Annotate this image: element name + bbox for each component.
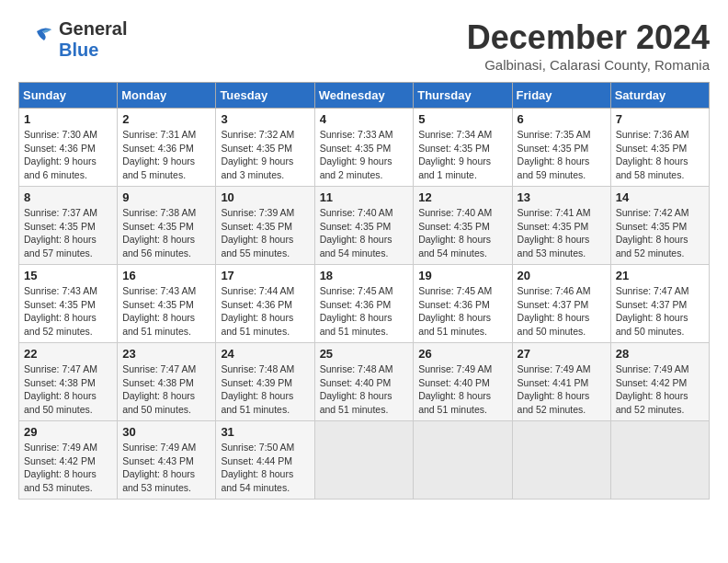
day-info: Sunrise: 7:40 AM Sunset: 4:35 PM Dayligh… <box>418 207 492 259</box>
day-info: Sunrise: 7:45 AM Sunset: 4:36 PM Dayligh… <box>320 285 393 337</box>
day-number: 24 <box>221 347 309 361</box>
day-number: 5 <box>418 112 506 126</box>
calendar-cell: 3 Sunrise: 7:32 AM Sunset: 4:35 PM Dayli… <box>216 109 314 187</box>
calendar-cell <box>414 421 512 500</box>
calendar-cell: 12 Sunrise: 7:40 AM Sunset: 4:35 PM Dayl… <box>414 187 512 265</box>
day-number: 10 <box>221 190 309 204</box>
day-number: 12 <box>418 190 506 204</box>
day-number: 3 <box>221 112 309 126</box>
calendar-week-row: 1 Sunrise: 7:30 AM Sunset: 4:36 PM Dayli… <box>19 109 710 187</box>
day-info: Sunrise: 7:45 AM Sunset: 4:36 PM Dayligh… <box>418 285 492 337</box>
day-info: Sunrise: 7:30 AM Sunset: 4:36 PM Dayligh… <box>24 129 97 180</box>
calendar-cell: 10 Sunrise: 7:39 AM Sunset: 4:35 PM Dayl… <box>216 187 314 265</box>
weekday-header-sunday: Sunday <box>19 83 118 109</box>
day-info: Sunrise: 7:42 AM Sunset: 4:35 PM Dayligh… <box>616 207 689 259</box>
day-number: 27 <box>518 347 606 361</box>
calendar-week-row: 8 Sunrise: 7:37 AM Sunset: 4:35 PM Dayli… <box>19 187 710 265</box>
day-number: 7 <box>616 112 704 126</box>
day-info: Sunrise: 7:36 AM Sunset: 4:35 PM Dayligh… <box>616 129 689 180</box>
calendar-cell: 6 Sunrise: 7:35 AM Sunset: 4:35 PM Dayli… <box>512 109 610 187</box>
calendar-week-row: 29 Sunrise: 7:49 AM Sunset: 4:42 PM Dayl… <box>19 421 710 500</box>
day-info: Sunrise: 7:43 AM Sunset: 4:35 PM Dayligh… <box>24 285 97 337</box>
logo-icon <box>18 24 55 59</box>
calendar-cell: 9 Sunrise: 7:38 AM Sunset: 4:35 PM Dayli… <box>118 187 216 265</box>
title-block: December 2024 Galbinasi, Calarasi County… <box>467 18 710 73</box>
weekday-header-wednesday: Wednesday <box>314 83 414 109</box>
weekday-header-friday: Friday <box>512 83 610 109</box>
day-number: 8 <box>24 190 112 204</box>
weekday-header-saturday: Saturday <box>610 83 709 109</box>
day-number: 28 <box>616 347 704 361</box>
calendar-table: SundayMondayTuesdayWednesdayThursdayFrid… <box>18 82 710 500</box>
calendar-week-row: 22 Sunrise: 7:47 AM Sunset: 4:38 PM Dayl… <box>19 343 710 421</box>
day-number: 22 <box>24 347 112 361</box>
calendar-cell <box>314 421 414 500</box>
calendar-cell: 20 Sunrise: 7:46 AM Sunset: 4:37 PM Dayl… <box>512 265 610 343</box>
day-number: 1 <box>24 112 112 126</box>
calendar-cell: 7 Sunrise: 7:36 AM Sunset: 4:35 PM Dayli… <box>610 109 709 187</box>
calendar-cell: 15 Sunrise: 7:43 AM Sunset: 4:35 PM Dayl… <box>19 265 118 343</box>
day-info: Sunrise: 7:37 AM Sunset: 4:35 PM Dayligh… <box>24 207 97 259</box>
day-number: 18 <box>320 269 409 282</box>
weekday-header-tuesday: Tuesday <box>216 83 314 109</box>
calendar-week-row: 15 Sunrise: 7:43 AM Sunset: 4:35 PM Dayl… <box>19 265 710 343</box>
day-info: Sunrise: 7:48 AM Sunset: 4:39 PM Dayligh… <box>221 363 294 415</box>
day-number: 6 <box>518 112 606 126</box>
logo-blue: Blue <box>59 40 127 61</box>
location-title: Galbinasi, Calarasi County, Romania <box>467 57 710 73</box>
logo-general: General <box>59 18 127 39</box>
calendar-cell: 5 Sunrise: 7:34 AM Sunset: 4:35 PM Dayli… <box>414 109 512 187</box>
calendar-cell: 28 Sunrise: 7:49 AM Sunset: 4:42 PM Dayl… <box>610 343 709 421</box>
calendar-header-row: SundayMondayTuesdayWednesdayThursdayFrid… <box>19 83 710 109</box>
day-info: Sunrise: 7:40 AM Sunset: 4:35 PM Dayligh… <box>320 207 393 259</box>
weekday-header-monday: Monday <box>118 83 216 109</box>
logo: General Blue <box>18 18 127 61</box>
calendar-cell: 4 Sunrise: 7:33 AM Sunset: 4:35 PM Dayli… <box>314 109 414 187</box>
day-info: Sunrise: 7:49 AM Sunset: 4:42 PM Dayligh… <box>616 363 689 415</box>
day-info: Sunrise: 7:39 AM Sunset: 4:35 PM Dayligh… <box>221 207 294 259</box>
calendar-cell: 22 Sunrise: 7:47 AM Sunset: 4:38 PM Dayl… <box>19 343 118 421</box>
day-number: 11 <box>320 190 409 204</box>
day-info: Sunrise: 7:49 AM Sunset: 4:41 PM Dayligh… <box>518 363 591 415</box>
day-info: Sunrise: 7:49 AM Sunset: 4:42 PM Dayligh… <box>24 442 97 493</box>
calendar-cell: 18 Sunrise: 7:45 AM Sunset: 4:36 PM Dayl… <box>314 265 414 343</box>
day-info: Sunrise: 7:47 AM Sunset: 4:38 PM Dayligh… <box>24 363 97 415</box>
day-number: 15 <box>24 269 112 282</box>
day-number: 14 <box>616 190 704 204</box>
calendar-cell <box>512 421 610 500</box>
day-number: 19 <box>418 269 506 282</box>
calendar-cell: 13 Sunrise: 7:41 AM Sunset: 4:35 PM Dayl… <box>512 187 610 265</box>
day-info: Sunrise: 7:44 AM Sunset: 4:36 PM Dayligh… <box>221 285 294 337</box>
day-info: Sunrise: 7:34 AM Sunset: 4:35 PM Dayligh… <box>418 129 492 180</box>
day-info: Sunrise: 7:46 AM Sunset: 4:37 PM Dayligh… <box>518 285 591 337</box>
calendar-cell: 16 Sunrise: 7:43 AM Sunset: 4:35 PM Dayl… <box>118 265 216 343</box>
calendar-cell: 1 Sunrise: 7:30 AM Sunset: 4:36 PM Dayli… <box>19 109 118 187</box>
day-number: 25 <box>320 347 409 361</box>
day-number: 30 <box>122 425 210 439</box>
calendar-cell: 8 Sunrise: 7:37 AM Sunset: 4:35 PM Dayli… <box>19 187 118 265</box>
day-number: 9 <box>122 190 210 204</box>
month-title: December 2024 <box>467 18 710 57</box>
calendar-cell: 24 Sunrise: 7:48 AM Sunset: 4:39 PM Dayl… <box>216 343 314 421</box>
calendar-cell: 29 Sunrise: 7:49 AM Sunset: 4:42 PM Dayl… <box>19 421 118 500</box>
calendar-cell <box>610 421 709 500</box>
day-info: Sunrise: 7:38 AM Sunset: 4:35 PM Dayligh… <box>122 207 196 259</box>
day-number: 16 <box>122 269 210 282</box>
day-number: 31 <box>221 425 309 439</box>
day-info: Sunrise: 7:35 AM Sunset: 4:35 PM Dayligh… <box>518 129 591 180</box>
calendar-cell: 27 Sunrise: 7:49 AM Sunset: 4:41 PM Dayl… <box>512 343 610 421</box>
day-number: 26 <box>418 347 506 361</box>
day-number: 13 <box>518 190 606 204</box>
calendar-cell: 30 Sunrise: 7:49 AM Sunset: 4:43 PM Dayl… <box>118 421 216 500</box>
calendar-cell: 19 Sunrise: 7:45 AM Sunset: 4:36 PM Dayl… <box>414 265 512 343</box>
calendar-cell: 25 Sunrise: 7:48 AM Sunset: 4:40 PM Dayl… <box>314 343 414 421</box>
day-number: 4 <box>320 112 409 126</box>
calendar-cell: 26 Sunrise: 7:49 AM Sunset: 4:40 PM Dayl… <box>414 343 512 421</box>
day-info: Sunrise: 7:47 AM Sunset: 4:37 PM Dayligh… <box>616 285 689 337</box>
day-info: Sunrise: 7:50 AM Sunset: 4:44 PM Dayligh… <box>221 442 294 493</box>
day-number: 29 <box>24 425 112 439</box>
day-number: 2 <box>122 112 210 126</box>
calendar-cell: 23 Sunrise: 7:47 AM Sunset: 4:38 PM Dayl… <box>118 343 216 421</box>
day-info: Sunrise: 7:47 AM Sunset: 4:38 PM Dayligh… <box>122 363 196 415</box>
page-header: General Blue December 2024 Galbinasi, Ca… <box>18 18 710 73</box>
